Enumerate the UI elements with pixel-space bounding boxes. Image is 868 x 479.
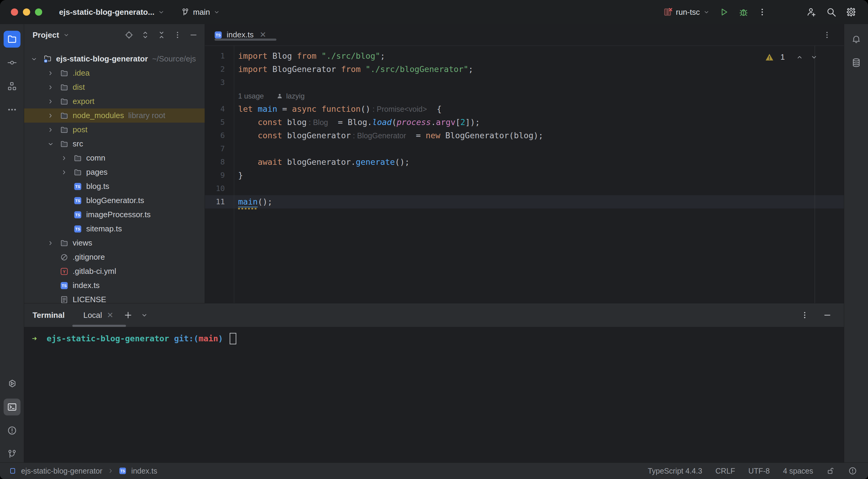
notifications-tool-button[interactable] xyxy=(848,31,865,47)
code-line-7[interactable]: 7 xyxy=(205,142,844,155)
author-hint[interactable]: lazyig xyxy=(286,90,304,103)
tree-item-views[interactable]: views xyxy=(24,236,205,250)
tree-item-blogGenerator.ts[interactable]: TSblogGenerator.ts xyxy=(24,193,205,207)
close-window-button[interactable] xyxy=(11,8,18,16)
code-line-4[interactable]: 4let main = async function() : Promise<v… xyxy=(205,102,844,116)
chevron-down-icon[interactable] xyxy=(30,55,43,63)
inspections-status-icon[interactable] xyxy=(848,466,857,475)
tree-item-sitemap.ts[interactable]: TSsitemap.ts xyxy=(24,222,205,236)
breadcrumb-project[interactable]: ejs-static-blog-generator xyxy=(21,467,102,475)
chevron-right-icon[interactable] xyxy=(47,84,60,91)
code-line-5[interactable]: 5 const blog : Blog = Blog.load(process.… xyxy=(205,116,844,129)
title-bar: ejs-static-blog-generato... main run-tsc xyxy=(0,0,868,24)
zoom-window-button[interactable] xyxy=(35,8,42,16)
code-token: let xyxy=(238,104,253,114)
chevron-right-icon[interactable] xyxy=(47,69,60,77)
tree-item-node_modules[interactable]: node_moduleslibrary root xyxy=(24,108,205,123)
more-actions-kebab-icon[interactable] xyxy=(758,7,767,17)
breadcrumb-file[interactable]: index.ts xyxy=(131,467,157,475)
more-tool-windows-button[interactable] xyxy=(4,101,21,118)
expand-all-icon[interactable] xyxy=(141,30,150,39)
terminal-output[interactable]: ➜ ejs-static-blog-generator git:(main) xyxy=(24,327,844,462)
code-line-3[interactable]: 3 xyxy=(205,76,844,89)
code-line-11[interactable]: 11main(); xyxy=(205,195,844,209)
chevron-right-icon[interactable] xyxy=(47,126,60,134)
commit-tool-button[interactable] xyxy=(4,54,21,71)
code-line-10[interactable]: 10 xyxy=(205,182,844,195)
new-terminal-plus-icon[interactable] xyxy=(124,311,133,320)
code-editor[interactable]: 1import Blog from "./src/blog";2import B… xyxy=(205,46,844,303)
tree-item-.gitlab-ci.yml[interactable]: Y.gitlab-ci.yml xyxy=(24,264,205,278)
hide-terminal-icon[interactable] xyxy=(823,311,832,320)
run-configuration-selector[interactable]: run-tsc xyxy=(663,7,710,17)
run-tool-button[interactable] xyxy=(4,375,21,392)
chevron-right-icon[interactable] xyxy=(47,239,60,247)
code-line-9[interactable]: 9} xyxy=(205,169,844,182)
run-button[interactable] xyxy=(719,7,730,17)
code-line-6[interactable]: 6 const blogGenerator : BlogGenerator = … xyxy=(205,129,844,142)
chevron-right-icon[interactable] xyxy=(60,168,73,176)
lock-unlocked-icon[interactable] xyxy=(827,467,835,475)
inspections-widget[interactable]: 1 xyxy=(765,53,818,62)
code-line-1[interactable]: 1import Blog from "./src/blog"; xyxy=(205,50,844,63)
chevron-right-icon[interactable] xyxy=(60,154,73,162)
project-tool-button[interactable] xyxy=(4,31,21,47)
editor-tab-index-ts[interactable]: TS index.ts ✕ xyxy=(212,30,269,39)
tree-item-pages[interactable]: pages xyxy=(24,165,205,179)
minimize-window-button[interactable] xyxy=(23,8,30,16)
code-token: . xyxy=(431,118,436,127)
previous-warning-chevron-up-icon[interactable] xyxy=(796,53,804,61)
tree-item-blog.ts[interactable]: TSblog.ts xyxy=(24,179,205,193)
tree-item-comn[interactable]: comn xyxy=(24,151,205,165)
tree-item-imageProcessor.ts[interactable]: TSimageProcessor.ts xyxy=(24,207,205,222)
search-everywhere-icon[interactable] xyxy=(826,7,837,18)
tree-item-post[interactable]: post xyxy=(24,123,205,137)
tree-item-.gitignore[interactable]: .gitignore xyxy=(24,250,205,264)
structure-tool-button[interactable] xyxy=(4,78,21,95)
usages-hint[interactable]: 1 usage xyxy=(238,90,264,103)
project-selector[interactable]: ejs-static-blog-generato... xyxy=(59,7,165,17)
terminal-type-chevron-down-icon[interactable] xyxy=(141,311,148,319)
code-with-me-add-user-icon[interactable] xyxy=(806,7,817,18)
next-warning-chevron-down-icon[interactable] xyxy=(810,53,818,61)
close-terminal-tab-icon[interactable]: ✕ xyxy=(107,311,114,320)
debug-button[interactable] xyxy=(738,7,749,17)
author-icon xyxy=(276,93,283,99)
git-branch-selector[interactable]: main xyxy=(181,7,220,17)
settings-gear-icon[interactable] xyxy=(846,7,857,18)
terminal-tab-local[interactable]: Local ✕ xyxy=(83,311,113,320)
panel-options-kebab-icon[interactable] xyxy=(173,31,182,39)
problems-tool-button[interactable] xyxy=(4,422,21,439)
tree-item-index.ts[interactable]: TSindex.ts xyxy=(24,278,205,292)
indent-widget[interactable]: 4 spaces xyxy=(783,467,813,475)
editor-options-kebab-icon[interactable] xyxy=(823,31,831,39)
hide-panel-icon[interactable] xyxy=(189,30,198,39)
tree-item-LICENSE[interactable]: LICENSE xyxy=(24,292,205,303)
close-tab-icon[interactable]: ✕ xyxy=(260,30,267,39)
collapse-all-icon[interactable] xyxy=(157,30,166,39)
chevron-down-icon[interactable] xyxy=(63,31,70,38)
tree-item-ejs-static-blog-generator[interactable]: ejs-static-blog-generator~/Source/ejs xyxy=(24,52,205,66)
terminal-tool-button[interactable] xyxy=(4,398,21,415)
code-vision-row[interactable]: 1 usagelazyig xyxy=(205,89,844,102)
code-line-8[interactable]: 8 await blogGenerator.generate(); xyxy=(205,155,844,169)
chevron-down-icon[interactable] xyxy=(47,140,60,148)
tree-item-src[interactable]: src xyxy=(24,137,205,151)
line-ending-widget[interactable]: CRLF xyxy=(715,467,735,475)
svg-text:TS: TS xyxy=(75,198,81,203)
chevron-right-icon[interactable] xyxy=(47,98,60,105)
locate-file-icon[interactable] xyxy=(124,30,133,39)
encoding-widget[interactable]: UTF-8 xyxy=(748,467,770,475)
chevron-right-icon[interactable] xyxy=(47,112,60,120)
database-tool-button[interactable] xyxy=(848,54,865,71)
terminal-options-kebab-icon[interactable] xyxy=(801,311,809,319)
tree-item-dist[interactable]: dist xyxy=(24,80,205,94)
terminal-prompt[interactable]: ➜ ejs-static-blog-generator git:(main) xyxy=(32,332,844,346)
code-line-2[interactable]: 2import BlogGenerator from "./src/blogGe… xyxy=(205,63,844,76)
file-type-widget[interactable]: TypeScript 4.4.3 xyxy=(648,467,702,475)
tree-item-export[interactable]: export xyxy=(24,94,205,108)
left-tool-strip xyxy=(0,24,24,462)
tree-item-.idea[interactable]: .idea xyxy=(24,66,205,80)
editor-tab-bar: TS index.ts ✕ xyxy=(205,24,844,46)
version-control-tool-button[interactable] xyxy=(4,446,21,462)
